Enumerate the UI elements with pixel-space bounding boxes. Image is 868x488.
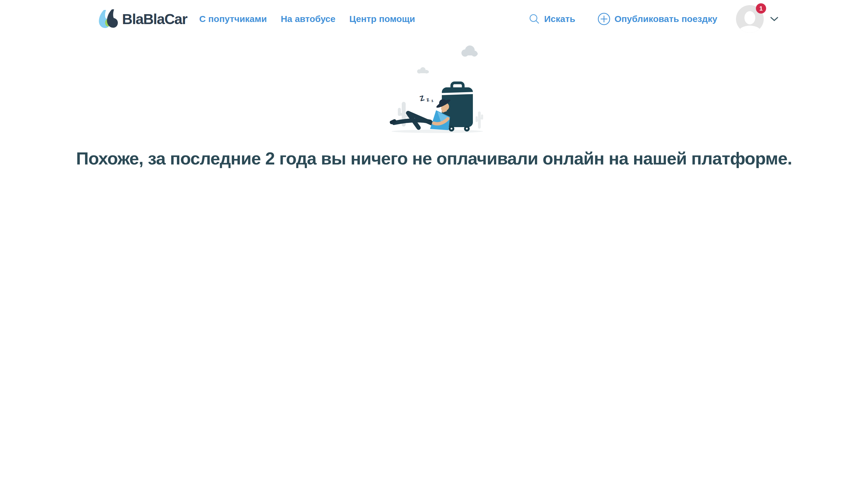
profile-menu-toggle[interactable] [770, 16, 779, 22]
chevron-down-icon [770, 16, 779, 22]
cloud-small [417, 67, 429, 73]
blablacar-logo[interactable]: BlaBlaCar [98, 9, 187, 29]
avatar-head-shape [744, 11, 755, 24]
nav-link-bus[interactable]: На автобусе [281, 14, 335, 24]
blablacar-wordmark: BlaBlaCar [122, 11, 187, 27]
cloud-large [461, 45, 478, 57]
avatar-body-shape [738, 26, 761, 33]
header-actions: Искать Опубликовать поездку 1 [529, 5, 779, 33]
zzz-snore-text: Z z z [418, 92, 434, 106]
sleeping-traveler-illustration: Z z z [5, 43, 868, 137]
search-icon [529, 13, 540, 25]
payments-empty-state: Z z z Похоже, за последние 2 года вы нич… [0, 43, 868, 168]
nav-link-help-center[interactable]: Центр помощи [349, 14, 415, 24]
cactus-right [475, 111, 483, 129]
plus-circle-icon [598, 13, 610, 25]
notification-badge: 1 [756, 3, 766, 13]
search-label: Искать [544, 14, 575, 24]
publish-ride-button[interactable]: Опубликовать поездку [598, 13, 717, 25]
top-navigation-bar: BlaBlaCar С попутчиками На автобусе Цент… [0, 0, 868, 38]
nav-link-carpool[interactable]: С попутчиками [199, 14, 267, 24]
empty-state-message: Похоже, за последние 2 года вы ничего не… [0, 148, 868, 168]
publish-ride-label: Опубликовать поездку [615, 14, 717, 24]
ground-shadow [392, 130, 483, 133]
blablacar-logo-icon [98, 9, 118, 29]
main-nav: С попутчиками На автобусе Центр помощи [199, 14, 415, 24]
search-button[interactable]: Искать [529, 13, 575, 25]
profile-avatar-button[interactable]: 1 [736, 5, 764, 33]
